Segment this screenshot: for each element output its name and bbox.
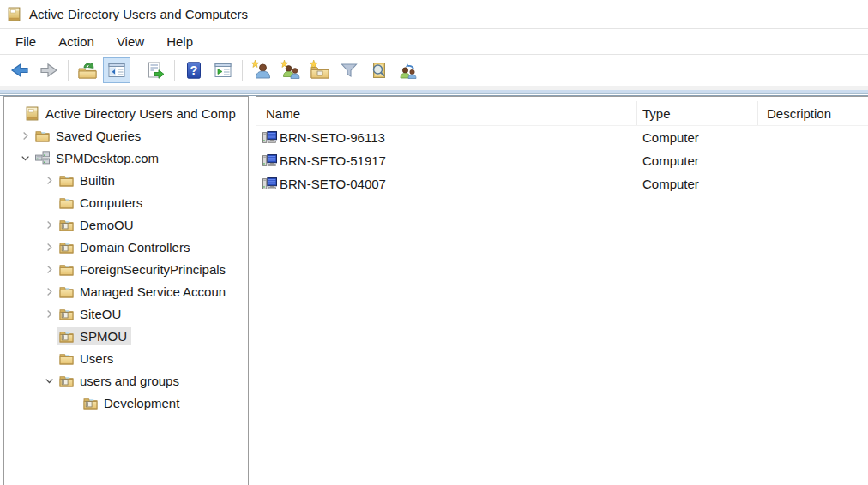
- chevron-right-icon[interactable]: [16, 129, 33, 142]
- chevron-right-icon[interactable]: [40, 284, 57, 298]
- toolbar-separator: [68, 60, 69, 81]
- ou-folder-icon: [59, 307, 74, 321]
- folder-icon: [59, 195, 74, 210]
- new-ou-icon: [310, 60, 330, 81]
- tree-item-label: Managed Service Accoun: [80, 284, 226, 299]
- new-group-icon: [280, 60, 301, 81]
- list-item-computer[interactable]: BRN-SETO-96113 Computer: [256, 126, 868, 149]
- toolbar-separator: [136, 60, 136, 81]
- menu-action[interactable]: Action: [47, 32, 105, 51]
- set-filter-button[interactable]: [335, 57, 363, 83]
- filter-icon: [339, 60, 359, 81]
- computer-type: Computer: [637, 177, 758, 191]
- chevron-down-icon[interactable]: [16, 151, 33, 165]
- tree-item-label: SPMOU: [80, 329, 127, 344]
- tree-item-label: SPMDesktop.com: [56, 151, 159, 165]
- computer-type: Computer: [637, 153, 758, 168]
- workspace: Active Directory Users and Comp Saved Qu…: [0, 96, 868, 485]
- chevron-right-icon[interactable]: [40, 307, 57, 320]
- list-item-computer[interactable]: BRN-SETO-04007 Computer: [256, 172, 868, 195]
- export-list-icon: [145, 60, 166, 81]
- tree-item-label: Development: [104, 396, 179, 410]
- back-button[interactable]: [6, 57, 33, 83]
- tree-item-label: Saved Queries: [56, 129, 141, 143]
- tree-item-label: Users: [80, 351, 113, 366]
- tree-item-computers[interactable]: Computers: [4, 191, 248, 213]
- computer-name: BRN-SETO-96113: [280, 130, 385, 145]
- tree-item-users[interactable]: Users: [4, 347, 248, 369]
- action-pane-icon: [213, 60, 233, 81]
- computer-icon: [262, 130, 277, 145]
- change-users-button[interactable]: [394, 57, 421, 83]
- window-title: Active Directory Users and Computers: [29, 7, 248, 21]
- ou-folder-icon: [83, 396, 98, 410]
- tree-item-label: users and groups: [80, 374, 179, 388]
- folder-icon: [35, 129, 50, 143]
- find-button[interactable]: [365, 57, 392, 83]
- up-folder-icon: [77, 60, 98, 81]
- tree-item-label: SiteOU: [80, 307, 121, 321]
- chevron-right-icon[interactable]: [40, 173, 57, 187]
- forward-button[interactable]: [35, 57, 63, 83]
- help-icon: [184, 60, 204, 81]
- ou-folder-icon: [59, 374, 74, 388]
- console-tree-pane: Active Directory Users and Comp Saved Qu…: [3, 96, 249, 485]
- directory-book-icon: [25, 106, 39, 121]
- create-new-user-button[interactable]: [248, 57, 275, 83]
- tree-item-foreignsecurityprincipals[interactable]: ForeignSecurityPrincipals: [4, 258, 248, 280]
- tree-item-managed-service-accounts[interactable]: Managed Service Accoun: [4, 280, 248, 302]
- tree-item-domain-controllers[interactable]: Domain Controllers: [4, 236, 248, 258]
- tree-item-users-and-groups[interactable]: users and groups: [4, 369, 248, 392]
- list-item-computer[interactable]: BRN-SETO-51917 Computer: [256, 149, 868, 172]
- help-button[interactable]: [180, 57, 208, 83]
- users-refresh-icon: [397, 60, 418, 81]
- folder-icon: [59, 284, 74, 299]
- tree-item-label: DemoOU: [80, 218, 134, 232]
- toolbar-separator: [242, 60, 243, 81]
- column-header-description[interactable]: Description: [758, 101, 868, 125]
- chevron-right-icon[interactable]: [40, 218, 57, 231]
- computer-icon: [262, 153, 277, 168]
- computer-icon: [262, 177, 277, 191]
- expander-placeholder: [40, 195, 57, 209]
- up-one-level-button[interactable]: [74, 57, 101, 83]
- column-header-type[interactable]: Type: [637, 101, 758, 125]
- menu-help[interactable]: Help: [155, 32, 204, 51]
- chevron-down-icon[interactable]: [40, 374, 57, 387]
- computer-name: BRN-SETO-51917: [280, 153, 386, 168]
- menu-bar: File Action View Help: [0, 29, 868, 55]
- tree-item-development[interactable]: Development: [4, 392, 248, 414]
- toolbar-separator: [174, 60, 175, 81]
- menu-file[interactable]: File: [4, 32, 47, 51]
- results-list-pane: Name Type Description BRN-SETO-96113 Com…: [256, 96, 868, 485]
- chevron-right-icon[interactable]: [40, 240, 57, 254]
- computer-type: Computer: [637, 130, 758, 145]
- expander-placeholder: [40, 329, 57, 343]
- tree-item-label: ForeignSecurityPrincipals: [80, 262, 226, 277]
- tree-item-root[interactable]: Active Directory Users and Comp: [4, 102, 248, 124]
- ou-folder-icon: [59, 329, 74, 344]
- column-header-name[interactable]: Name: [256, 101, 637, 125]
- chevron-right-icon[interactable]: [40, 262, 57, 276]
- show-console-tree-button[interactable]: [103, 57, 130, 83]
- tree-item-demoou[interactable]: DemoOU: [4, 213, 248, 236]
- ou-folder-icon: [59, 240, 74, 254]
- menu-view[interactable]: View: [105, 32, 155, 51]
- tree-item-saved-queries[interactable]: Saved Queries: [4, 124, 248, 147]
- back-arrow-icon: [9, 60, 30, 81]
- create-new-ou-button[interactable]: [306, 57, 334, 83]
- tree-item-label: Builtin: [80, 173, 115, 188]
- ou-folder-icon: [59, 218, 74, 232]
- tree-item-builtin[interactable]: Builtin: [4, 169, 248, 191]
- folder-icon: [59, 351, 74, 366]
- tree-item-spmou[interactable]: SPMOU: [4, 325, 248, 347]
- show-action-pane-button[interactable]: [209, 57, 237, 83]
- toolbar: [0, 55, 868, 86]
- computer-name: BRN-SETO-04007: [280, 177, 386, 191]
- create-new-group-button[interactable]: [277, 57, 304, 83]
- export-list-button[interactable]: [142, 57, 169, 83]
- tree-item-siteou[interactable]: SiteOU: [4, 302, 248, 325]
- tree-item-spmdesktop-com[interactable]: SPMDesktop.com: [4, 147, 248, 169]
- find-icon: [368, 60, 389, 81]
- expander-placeholder: [64, 396, 81, 410]
